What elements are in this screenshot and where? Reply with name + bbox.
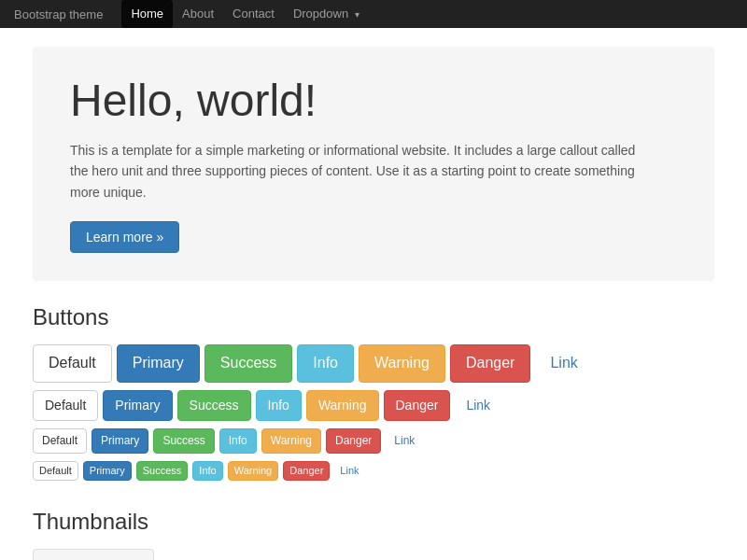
- btn-danger-md[interactable]: Danger: [384, 390, 451, 422]
- thumbnails-heading: Thumbnails: [33, 509, 714, 535]
- navbar-nav: Home About Contact Dropdown ▾: [121, 0, 368, 29]
- nav-link-contact[interactable]: Contact: [223, 0, 284, 28]
- buttons-section: Buttons Default Primary Success Info War…: [33, 304, 714, 481]
- btn-danger-xs[interactable]: Danger: [283, 461, 330, 481]
- btn-default-xs[interactable]: Default: [33, 461, 78, 481]
- btn-link-md[interactable]: Link: [455, 391, 501, 421]
- btn-success-md[interactable]: Success: [177, 390, 251, 422]
- btn-danger-sm[interactable]: Danger: [326, 428, 381, 454]
- chevron-down-icon: ▾: [355, 9, 359, 20]
- button-row-xsmall: Default Primary Success Info Warning Dan…: [33, 461, 714, 481]
- btn-info-xs[interactable]: Info: [192, 461, 222, 481]
- nav-link-dropdown[interactable]: Dropdown ▾: [284, 0, 369, 29]
- nav-item-contact[interactable]: Contact: [223, 0, 284, 28]
- btn-link-xs[interactable]: Link: [334, 462, 364, 480]
- nav-link-about[interactable]: About: [173, 0, 223, 28]
- btn-warning-xs[interactable]: Warning: [228, 461, 279, 481]
- hero-section: Hello, world! This is a template for a s…: [33, 47, 714, 281]
- hero-heading: Hello, world!: [70, 75, 677, 126]
- learn-more-button[interactable]: Learn more »: [70, 221, 179, 253]
- btn-default-md[interactable]: Default: [33, 390, 98, 422]
- nav-item-about[interactable]: About: [173, 0, 223, 28]
- btn-warning-lg[interactable]: Warning: [359, 344, 445, 382]
- navbar: Bootstrap theme Home About Contact Dropd…: [0, 0, 747, 28]
- thumbnail-item[interactable]: 200x200: [33, 549, 154, 560]
- hero-description: This is a template for a simple marketin…: [70, 140, 649, 203]
- btn-primary-md[interactable]: Primary: [103, 390, 172, 422]
- navbar-brand[interactable]: Bootstrap theme: [14, 7, 103, 21]
- nav-item-dropdown[interactable]: Dropdown ▾: [284, 0, 369, 29]
- nav-link-home[interactable]: Home: [121, 0, 173, 28]
- btn-warning-md[interactable]: Warning: [306, 390, 379, 422]
- buttons-heading: Buttons: [33, 304, 714, 330]
- btn-link-sm[interactable]: Link: [386, 429, 423, 453]
- button-row-large: Default Primary Success Info Warning Dan…: [33, 344, 714, 382]
- btn-info-lg[interactable]: Info: [297, 344, 354, 382]
- thumbnails-section: Thumbnails 200x200: [33, 509, 714, 560]
- btn-warning-sm[interactable]: Warning: [261, 428, 321, 454]
- btn-danger-lg[interactable]: Danger: [450, 344, 530, 382]
- button-row-default: Default Primary Success Info Warning Dan…: [33, 390, 714, 422]
- btn-primary-xs[interactable]: Primary: [83, 461, 132, 481]
- button-row-small: Default Primary Success Info Warning Dan…: [33, 428, 714, 454]
- btn-success-lg[interactable]: Success: [204, 344, 292, 382]
- btn-default-sm[interactable]: Default: [33, 428, 87, 454]
- btn-info-sm[interactable]: Info: [219, 428, 257, 454]
- btn-success-sm[interactable]: Success: [153, 428, 214, 454]
- btn-success-xs[interactable]: Success: [136, 461, 189, 481]
- btn-link-lg[interactable]: Link: [535, 345, 592, 381]
- btn-primary-sm[interactable]: Primary: [92, 428, 148, 454]
- btn-default-lg[interactable]: Default: [33, 344, 112, 382]
- nav-item-home[interactable]: Home: [121, 0, 173, 28]
- btn-info-md[interactable]: Info: [256, 390, 302, 422]
- btn-primary-lg[interactable]: Primary: [117, 344, 200, 382]
- main-container: Hello, world! This is a template for a s…: [19, 28, 728, 560]
